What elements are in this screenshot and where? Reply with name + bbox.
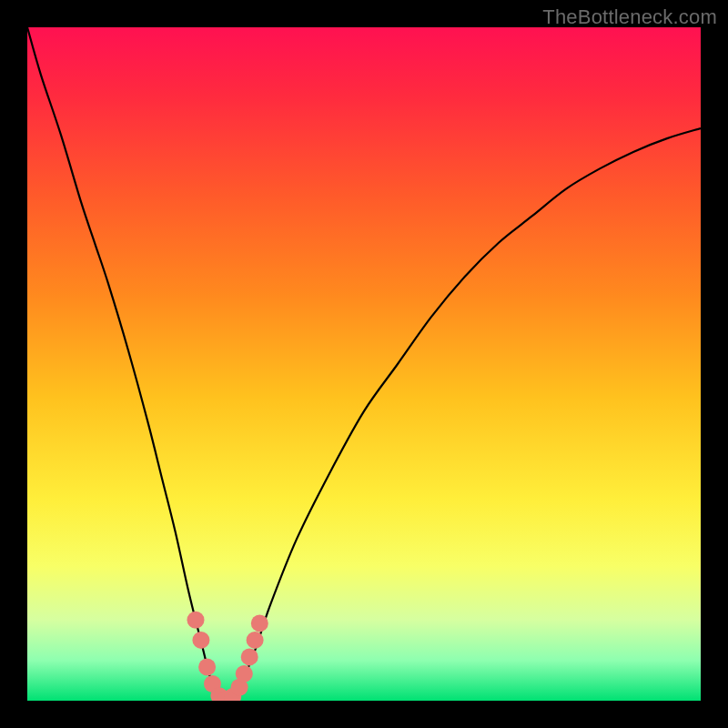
plot-area [27, 27, 701, 701]
curve-marker [247, 632, 264, 649]
curve-marker [251, 614, 268, 632]
watermark-text: TheBottleneck.com [542, 5, 717, 29]
gradient-background [27, 27, 701, 701]
curve-marker [187, 612, 205, 629]
bottleneck-chart [27, 27, 701, 701]
curve-marker [198, 659, 216, 676]
curve-marker [236, 665, 253, 682]
curve-marker [192, 632, 209, 649]
chart-frame: TheBottleneck.com [0, 0, 728, 728]
curve-marker [241, 648, 258, 665]
